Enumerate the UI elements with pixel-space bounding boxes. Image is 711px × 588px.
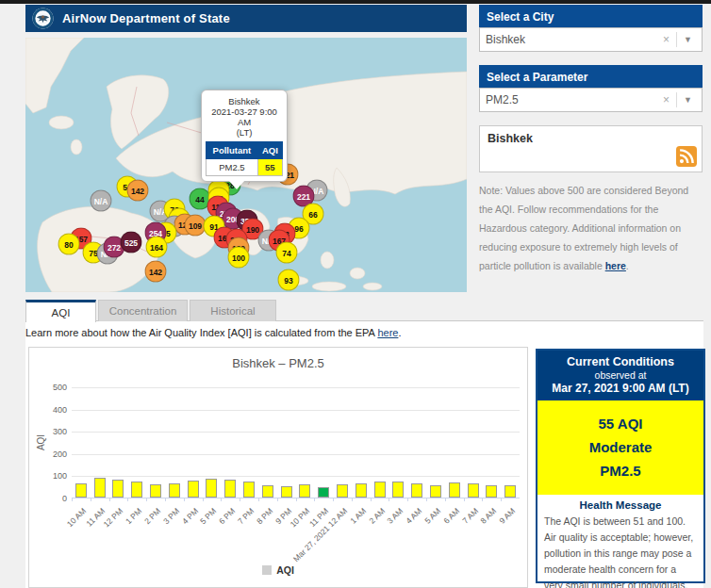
axis-tick (333, 498, 334, 501)
aqi-bar[interactable] (486, 485, 497, 498)
axis-tick (165, 498, 166, 501)
aqi-bar[interactable] (75, 483, 87, 498)
city-select[interactable]: Bishkek × ▼ (479, 27, 703, 52)
aqi-bar[interactable] (94, 478, 106, 498)
aqi-map-marker[interactable]: 142 (145, 261, 167, 283)
axis-tick (426, 498, 427, 501)
sidebar: Select a City Bishkek × ▼ Select a Param… (479, 5, 703, 276)
axis-tick (203, 498, 204, 501)
aqi-bar[interactable] (188, 481, 199, 498)
popup-datetime: 2021-03-27 9:00 AM (206, 106, 283, 127)
health-message-title: Health Message (544, 499, 697, 511)
current-conditions-panel: Current Conditions observed at Mar 27, 2… (536, 349, 705, 583)
note-period: . (626, 260, 629, 271)
aqi-bar[interactable] (411, 483, 422, 498)
axis-tick (445, 498, 446, 501)
aqi-bar[interactable] (337, 484, 348, 498)
gridline (72, 476, 520, 477)
aqi-bar[interactable] (430, 485, 441, 498)
axis-tick (352, 498, 353, 501)
aqi-map-marker[interactable]: 93 (278, 270, 300, 291)
axis-tick (258, 498, 259, 501)
aqi-bar[interactable] (169, 483, 180, 498)
aqi-bar[interactable] (262, 485, 273, 498)
axis-tick (91, 498, 91, 501)
learn-more-here-link[interactable]: here (377, 327, 398, 338)
parameter-select-label: Select a Parameter (479, 65, 703, 88)
aqi-bar[interactable] (131, 482, 142, 498)
aqi-map-marker[interactable]: 164 (146, 237, 168, 258)
learn-more-text: Learn more about how the Air Quality Ind… (25, 327, 401, 338)
aqi-bar[interactable] (468, 483, 479, 498)
aqi-map-marker[interactable]: 100 (228, 247, 250, 269)
aqi-bar[interactable] (374, 482, 386, 498)
axis-tick (109, 498, 110, 501)
health-message-section: Health Message The AQI is between 51 and… (537, 495, 703, 588)
aqi-bar[interactable] (112, 480, 124, 498)
aqi-bar[interactable] (318, 487, 329, 498)
chevron-down-icon[interactable]: ▼ (677, 35, 696, 44)
learn-more-body: Learn more about how the Air Quality Ind… (25, 327, 377, 338)
note-here-link[interactable]: here (605, 260, 626, 271)
note-body: Note: Values above 500 are considered Be… (479, 185, 688, 271)
clear-icon[interactable]: × (656, 93, 676, 106)
aqi-bar[interactable] (224, 480, 236, 498)
aqi-bar[interactable] (356, 483, 367, 498)
tab-aqi[interactable]: AQI (25, 300, 96, 322)
app-header: AirNow Department of State (25, 5, 467, 32)
aqi-map-marker[interactable]: 74 (276, 242, 298, 264)
parameter-select[interactable]: PM2.5 × ▼ (479, 88, 703, 112)
chart-legend[interactable]: AQI (29, 564, 527, 576)
y-axis-tick-label: 0 (34, 494, 67, 503)
cc-observed-label: observed at (541, 369, 700, 381)
gridline (72, 454, 520, 455)
aqi-bar[interactable] (150, 484, 161, 498)
city-select-label: Select a City (479, 5, 703, 27)
popup-city: Bishkek (206, 96, 283, 106)
popup-col-pollutant: Pollutant (207, 142, 258, 159)
aqi-world-map[interactable]: N/A54142N/A7394N/A1281097544285976119271… (25, 38, 467, 292)
y-axis-title: AQI (36, 434, 46, 450)
aqi-bar[interactable] (449, 482, 460, 498)
chart-plot-area: 010020030040050010 AM11 AM12 PM1 PM2 PM3… (72, 387, 520, 498)
aqi-bar[interactable] (281, 486, 292, 498)
popup-pollutant-value: PM2.5 (207, 159, 258, 176)
tab-bar: AQIConcentrationHistorical (25, 300, 703, 321)
popup-aqi-value: 55 (257, 159, 282, 176)
aqi-map-marker[interactable]: 142 (127, 180, 149, 202)
aqi-bar[interactable] (299, 484, 310, 498)
gridline (72, 410, 520, 411)
cc-observed-time: Mar 27, 2021 9:00 AM (LT) (541, 382, 700, 395)
aqi-chart: Bishkek – PM2.5 AQI 010020030040050010 A… (28, 347, 528, 588)
clear-icon[interactable]: × (656, 33, 676, 46)
city-select-value: Bishkek (486, 33, 656, 46)
y-axis-tick-label: 100 (34, 471, 67, 481)
aqi-bar[interactable] (243, 482, 255, 498)
axis-tick (371, 498, 372, 501)
note-text: Note: Values above 500 are considered Be… (479, 182, 703, 276)
tab-historical[interactable]: Historical (190, 300, 276, 321)
cc-aqi-pollutant: PM2.5 (541, 460, 700, 483)
tab-concentration[interactable]: Concentration (98, 300, 188, 321)
aqi-bar[interactable] (392, 482, 404, 498)
popup-col-aqi: AQI (257, 142, 282, 159)
chevron-down-icon[interactable]: ▼ (677, 95, 696, 105)
map-popup[interactable]: Bishkek 2021-03-27 9:00 AM (LT) Pollutan… (201, 90, 288, 182)
axis-tick (501, 498, 502, 501)
parameter-select-value: PM2.5 (486, 93, 656, 106)
aqi-map-marker[interactable]: N/A (91, 190, 112, 212)
axis-tick (146, 498, 147, 501)
legend-swatch (262, 565, 272, 575)
axis-tick (184, 498, 185, 501)
aqi-map-marker[interactable]: 525 (121, 232, 142, 253)
axis-tick (482, 498, 483, 501)
parameter-select-block: Select a Parameter PM2.5 × ▼ (479, 65, 703, 112)
rss-icon[interactable] (676, 146, 697, 167)
legend-label: AQI (276, 564, 294, 576)
aqi-bar[interactable] (206, 479, 217, 498)
aqi-bar[interactable] (504, 485, 516, 498)
learn-more-period: . (398, 327, 401, 338)
axis-tick (314, 498, 315, 501)
aqi-map-marker[interactable]: 80 (58, 234, 80, 255)
cc-aqi-box: 55 AQI Moderate PM2.5 (537, 400, 703, 495)
